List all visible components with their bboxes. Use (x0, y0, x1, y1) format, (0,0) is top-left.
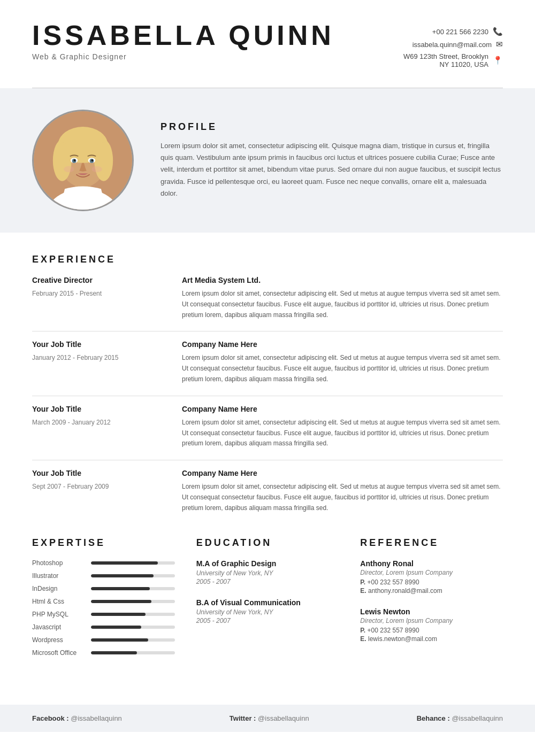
ref-role-1: Director, Lorem Ipsum Company (360, 569, 503, 576)
ref-phone-1: P. +00 232 557 8990 (360, 578, 503, 586)
experience-item-3: Your Job Title Company Name Here March 2… (32, 405, 503, 451)
edu-year-1: 2005 - 2007 (196, 578, 339, 585)
skill-name-0: Photoshop (32, 559, 91, 567)
email-contact: issabela.quinn@mail.com ✉ (403, 40, 503, 49)
exp-row-body-2: January 2012 - February 2015 Lorem ipsum… (32, 353, 503, 387)
skill-bar-bg-6 (91, 638, 175, 642)
skill-item-5: Javascript (32, 623, 175, 631)
profile-label: PROFILE (160, 121, 503, 133)
skill-name-4: PHP MySQL (32, 611, 91, 618)
ref-email-2: E. lewis.newton@mail.com (360, 635, 503, 643)
exp-row-body-3: March 2009 - January 2012 Lorem ipsum do… (32, 418, 503, 451)
edu-year-2: 2005 - 2007 (196, 617, 339, 624)
phone-text: +00 221 566 2230 (432, 28, 488, 36)
skill-item-2: InDesign (32, 585, 175, 592)
phone-icon: 📞 (493, 27, 503, 36)
skill-item-7: Microsoft Office (32, 649, 175, 657)
exp-separator-1 (32, 331, 503, 331)
skill-name-2: InDesign (32, 585, 91, 592)
header-left: ISSABELLA QUINN Web & Graphic Designer (32, 21, 334, 61)
profile-photo (32, 110, 134, 211)
exp-date-3: March 2009 - January 2012 (32, 419, 171, 449)
exp-company-4: Company Name Here (182, 469, 503, 477)
facebook-label: Facebook : (32, 714, 69, 722)
edu-school-2: University of New York, NY (196, 608, 339, 616)
exp-row-title-3: Your Job Title Company Name Here (32, 405, 503, 418)
ref-name-2: Lewis Newton (360, 607, 503, 616)
skill-item-6: Wordpress (32, 636, 175, 644)
twitter-label: Twitter : (230, 714, 256, 722)
exp-job-title-4: Your Job Title (32, 469, 171, 477)
skill-item-4: PHP MySQL (32, 611, 175, 618)
education-title: EDUCATION (196, 537, 339, 549)
skill-item-1: Illustrator (32, 572, 175, 580)
skill-bar-fill-4 (91, 613, 146, 616)
ref-name-1: Anthony Ronal (360, 559, 503, 568)
skill-bar-bg-2 (91, 587, 175, 590)
exp-desc-3: Lorem ipsum dolor sit amet, consectetur … (182, 418, 503, 449)
skill-bar-bg-4 (91, 613, 175, 616)
experience-item-4: Your Job Title Company Name Here Sept 20… (32, 469, 503, 515)
exp-desc-4: Lorem ipsum dolor sit amet, consectetur … (182, 482, 503, 513)
skill-bar-fill-3 (91, 600, 151, 603)
experience-item-2: Your Job Title Company Name Here January… (32, 340, 503, 387)
skill-bar-bg-0 (91, 561, 175, 565)
edu-school-1: University of New York, NY (196, 569, 339, 577)
exp-job-title-1: Creative Director (32, 276, 171, 284)
behance-label: Behance : (417, 714, 450, 722)
edu-degree-2: B.A of Visual Communication (196, 598, 339, 607)
expertise-col: EXPERTISE Photoshop Illustrator InDesign… (32, 537, 175, 662)
edu-item-1: M.A of Graphic Design University of New … (196, 559, 339, 585)
facebook-value: @issabellaquinn (71, 714, 122, 722)
skill-name-5: Javascript (32, 623, 91, 631)
skill-name-6: Wordpress (32, 636, 91, 644)
exp-desc-2: Lorem ipsum dolor sit amet, consectetur … (182, 353, 503, 384)
svg-point-13 (74, 159, 76, 161)
exp-separator-2 (32, 396, 503, 396)
footer-behance: Behance : @issabellaquinn (417, 714, 503, 722)
address-text: W69 123th Street, Brooklyn NY 11020, USA (403, 52, 488, 68)
exp-row-body-1: February 2015 - Present Lorem ipsum dolo… (32, 289, 503, 322)
twitter-value: @issabellaquinn (258, 714, 309, 722)
exp-date-4: Sept 2007 - February 2009 (32, 483, 171, 513)
skill-bar-bg-1 (91, 574, 175, 577)
location-icon: 📍 (493, 56, 503, 65)
skill-item-0: Photoshop (32, 559, 175, 567)
header: ISSABELLA QUINN Web & Graphic Designer +… (0, 0, 535, 88)
phone-contact: +00 221 566 2230 📞 (403, 27, 503, 36)
skill-bar-bg-3 (91, 600, 175, 603)
exp-date-2: January 2012 - February 2015 (32, 354, 171, 384)
candidate-name: ISSABELLA QUINN (32, 21, 334, 49)
edu-degree-1: M.A of Graphic Design (196, 559, 339, 568)
skill-bar-fill-7 (91, 651, 137, 654)
ref-item-1: Anthony Ronal Director, Lorem Ipsum Comp… (360, 559, 503, 595)
experience-title: EXPERIENCE (32, 254, 503, 265)
email-text: issabela.quinn@mail.com (412, 41, 492, 49)
skill-item-3: Html & Css (32, 598, 175, 605)
address-contact: W69 123th Street, Brooklyn NY 11020, USA… (403, 52, 503, 68)
experience-item-1: Creative Director Art Media System Ltd. … (32, 276, 503, 322)
exp-company-1: Art Media System Ltd. (182, 276, 503, 284)
ref-item-2: Lewis Newton Director, Lorem Ipsum Compa… (360, 607, 503, 643)
profile-section: PROFILE Lorem ipsum dolor sit amet, cons… (0, 88, 535, 233)
ref-email-1: E. anthony.ronald@mail.com (360, 587, 503, 595)
ref-phone-2: P. +00 232 557 8990 (360, 627, 503, 634)
footer-facebook: Facebook : @issabellaquinn (32, 714, 122, 722)
skill-bar-fill-2 (91, 587, 150, 590)
exp-row-title-4: Your Job Title Company Name Here (32, 469, 503, 482)
profile-content: PROFILE Lorem ipsum dolor sit amet, cons… (160, 121, 503, 199)
edu-item-2: B.A of Visual Communication University o… (196, 598, 339, 624)
skill-name-7: Microsoft Office (32, 649, 91, 657)
exp-row-title-1: Creative Director Art Media System Ltd. (32, 276, 503, 289)
email-icon: ✉ (496, 40, 503, 49)
exp-company-3: Company Name Here (182, 405, 503, 413)
exp-company-2: Company Name Here (182, 340, 503, 349)
main-content: EXPERIENCE Creative Director Art Media S… (0, 233, 535, 683)
exp-date-1: February 2015 - Present (32, 290, 171, 320)
profile-text: Lorem ipsum dolor sit amet, consectetur … (160, 140, 503, 199)
svg-point-16 (91, 166, 102, 173)
exp-row-body-4: Sept 2007 - February 2009 Lorem ipsum do… (32, 482, 503, 515)
skill-bar-fill-1 (91, 574, 154, 577)
expertise-title: EXPERTISE (32, 537, 175, 549)
svg-point-14 (91, 159, 93, 161)
